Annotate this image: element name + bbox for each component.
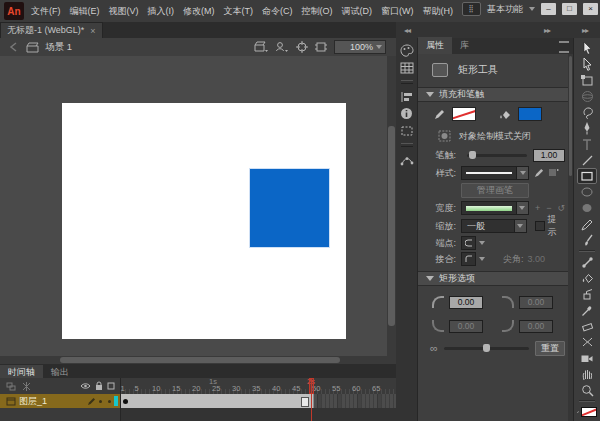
stroke-color-control[interactable]: [577, 404, 597, 420]
tab-properties[interactable]: 属性: [418, 37, 452, 54]
fill-color-swatch[interactable]: [518, 107, 542, 121]
join-dropdown-icon[interactable]: [479, 257, 485, 261]
subselection-tool[interactable]: [577, 56, 597, 72]
stroke-size-slider[interactable]: [467, 154, 527, 157]
polystar-tool[interactable]: [577, 200, 597, 216]
stroke-style-dropdown[interactable]: [461, 166, 529, 180]
toolbar-stroke-swatch[interactable]: [581, 407, 597, 417]
blue-rectangle-shape[interactable]: [249, 168, 330, 248]
menu-commands[interactable]: 命令(C): [261, 3, 294, 20]
onion-skin-icon[interactable]: [22, 382, 31, 391]
hand-tool[interactable]: [577, 366, 597, 382]
reset-width-icon[interactable]: ↺: [557, 203, 565, 213]
tab-timeline[interactable]: 时间轴: [0, 365, 43, 378]
frame-span[interactable]: [121, 394, 314, 408]
oval-tool[interactable]: [577, 184, 597, 200]
lock-corners-icon[interactable]: ∞: [430, 342, 438, 354]
properties-scrollbar[interactable]: [568, 54, 573, 421]
slider-knob[interactable]: [483, 344, 490, 352]
maximize-button[interactable]: □: [562, 3, 577, 15]
collapse-tools-icon[interactable]: ▸▸: [582, 26, 588, 35]
menu-help[interactable]: 帮助(H): [422, 3, 455, 20]
eraser-tool[interactable]: [577, 318, 597, 334]
canvas-horizontal-scrollbar[interactable]: [0, 356, 396, 364]
scrollbar-thumb[interactable]: [60, 357, 340, 363]
menu-window[interactable]: 窗口(W): [380, 3, 415, 20]
align-panel-icon[interactable]: [398, 88, 416, 105]
menu-control[interactable]: 控制(O): [301, 3, 334, 20]
stage[interactable]: [62, 103, 346, 339]
3d-rotation-tool[interactable]: [577, 88, 597, 104]
radius-top-left-input[interactable]: 0.00: [449, 296, 483, 309]
brush-tool[interactable]: [577, 232, 597, 248]
center-stage-button[interactable]: [296, 41, 308, 53]
hints-checkbox[interactable]: [535, 221, 545, 231]
menu-modify[interactable]: 修改(M): [182, 3, 216, 20]
remove-width-icon[interactable]: −: [546, 203, 551, 213]
cap-dropdown-icon[interactable]: [479, 241, 485, 245]
ink-bottle-tool[interactable]: [577, 286, 597, 302]
menu-text[interactable]: 文本(T): [223, 3, 255, 20]
line-tool[interactable]: [577, 152, 597, 168]
join-style-button[interactable]: [461, 252, 476, 266]
layer-name[interactable]: 图层_1: [19, 395, 87, 408]
radius-top-right-input[interactable]: 0.00: [519, 296, 553, 309]
slider-knob[interactable]: [469, 151, 476, 159]
free-transform-tool[interactable]: [577, 72, 597, 88]
clip-content-button[interactable]: [315, 41, 327, 53]
scrollbar-thumb[interactable]: [569, 56, 572, 176]
outline-layers-icon[interactable]: [107, 382, 115, 390]
add-width-icon[interactable]: +: [535, 203, 540, 213]
width-profile-dropdown[interactable]: [461, 201, 529, 215]
radius-slider[interactable]: [444, 347, 529, 350]
layer-visible-dot[interactable]: [99, 400, 102, 403]
scrollbar-thumb[interactable]: [388, 126, 395, 326]
lasso-tool[interactable]: [577, 104, 597, 120]
menu-file[interactable]: 文件(F): [30, 3, 62, 20]
zoom-tool[interactable]: [577, 382, 597, 398]
layer-parent-view-icon[interactable]: [6, 382, 16, 391]
reset-button[interactable]: 重置: [535, 341, 565, 356]
object-drawing-icon[interactable]: [438, 130, 451, 142]
menu-debug[interactable]: 调试(D): [341, 3, 374, 20]
manage-brushes-button[interactable]: 管理画笔: [461, 183, 529, 198]
section-rect-options[interactable]: 矩形选项: [418, 271, 573, 286]
swatches-panel-icon[interactable]: [398, 59, 416, 76]
scene-breadcrumb[interactable]: 场景 1: [45, 41, 72, 54]
keyframe-dot[interactable]: [123, 399, 128, 404]
menu-edit[interactable]: 编辑(E): [69, 3, 101, 20]
show-hide-layers-icon[interactable]: [80, 382, 91, 390]
edit-symbols-button[interactable]: [275, 41, 289, 53]
scale-dropdown[interactable]: 一般: [461, 219, 527, 233]
document-tab[interactable]: 无标题-1 (WebGL)* ×: [0, 22, 103, 38]
text-tool[interactable]: [577, 136, 597, 152]
minimize-button[interactable]: –: [541, 3, 556, 15]
radius-bottom-left-input[interactable]: 0.00: [449, 320, 483, 333]
menu-insert[interactable]: 插入(I): [147, 3, 176, 20]
object-drawing-label[interactable]: 对象绘制模式关闭: [459, 130, 531, 143]
tab-library[interactable]: 库: [452, 37, 477, 54]
eyedropper-tool[interactable]: [577, 302, 597, 318]
timeline-ruler[interactable]: 1 5 10 15 20 25 30 35 40 45 50 55 60 65 …: [121, 378, 396, 395]
selection-tool[interactable]: [577, 40, 597, 56]
layer-outline-color[interactable]: [114, 396, 118, 406]
section-fill-stroke[interactable]: 填充和笔触: [418, 87, 573, 102]
stroke-size-value[interactable]: 1.00: [533, 149, 565, 162]
bone-tool[interactable]: [577, 254, 597, 270]
expand-panels-icon[interactable]: ◂◂: [404, 26, 410, 35]
playhead-line[interactable]: [311, 378, 312, 421]
paint-bucket-tool[interactable]: [577, 270, 597, 286]
lock-layers-icon[interactable]: [95, 381, 103, 391]
workspace-icon[interactable]: ⣿: [462, 2, 481, 16]
collapse-properties-icon[interactable]: ▸▸: [544, 26, 550, 35]
panel-menu-icon[interactable]: [559, 41, 569, 53]
app-logo-icon[interactable]: An: [4, 2, 24, 20]
frames-area[interactable]: [121, 394, 396, 408]
canvas-vertical-scrollbar[interactable]: [387, 56, 396, 356]
brush-library-icon[interactable]: [548, 168, 559, 178]
workspace-switcher[interactable]: 基本功能: [487, 3, 523, 16]
menu-view[interactable]: 视图(V): [108, 3, 140, 20]
pencil-tool[interactable]: [577, 216, 597, 232]
info-panel-icon[interactable]: [398, 105, 416, 122]
tab-close-icon[interactable]: ×: [90, 26, 95, 36]
